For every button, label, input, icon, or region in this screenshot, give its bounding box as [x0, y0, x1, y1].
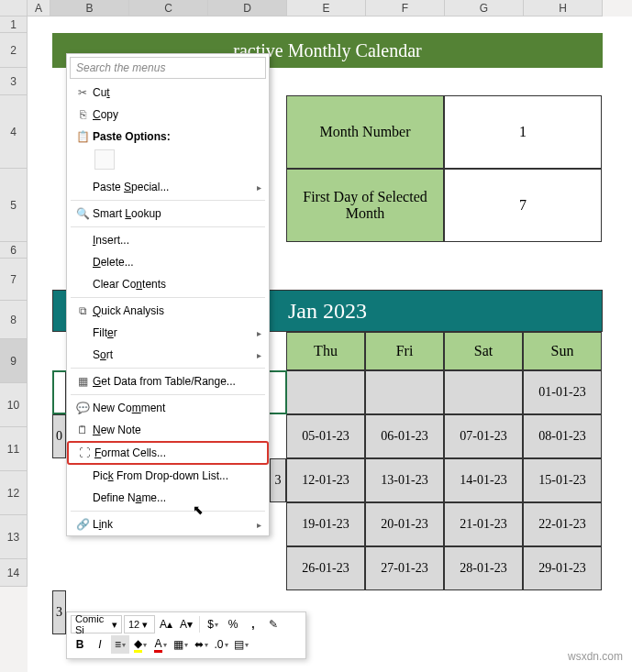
- menu-separator: [71, 200, 265, 201]
- row-header-5[interactable]: 5: [0, 169, 28, 242]
- col-header-f[interactable]: F: [366, 0, 445, 17]
- menu-clear-contents[interactable]: Clear Contents: [67, 273, 269, 295]
- calendar-cell[interactable]: 22-01-23: [523, 502, 602, 546]
- calendar-cell[interactable]: 0: [52, 414, 66, 458]
- cond-format-button[interactable]: ▤: [232, 635, 250, 654]
- menu-filter[interactable]: Filter ▸: [67, 322, 269, 344]
- menu-quick-analysis[interactable]: ⧉ Quick Analysis: [67, 300, 269, 322]
- chevron-right-icon: ▸: [257, 182, 263, 193]
- quick-analysis-icon: ⧉: [72, 304, 93, 317]
- comma-format-button[interactable]: ,: [244, 615, 262, 633]
- day-header-fri: Fri: [365, 332, 444, 370]
- calendar-cell[interactable]: 06-01-23: [365, 414, 444, 458]
- calendar-cell[interactable]: [52, 370, 66, 414]
- paste-default-icon[interactable]: [94, 149, 115, 170]
- bold-button[interactable]: B: [71, 635, 89, 654]
- calendar-cell[interactable]: 3: [52, 590, 66, 634]
- menu-get-data[interactable]: ▦ Get Data from Table/Range...: [67, 370, 269, 392]
- calendar-cell[interactable]: [286, 370, 365, 414]
- menu-paste-options: 📋 Paste Options:: [67, 126, 269, 148]
- calendar-cell[interactable]: 12-01-23: [286, 458, 365, 502]
- font-select[interactable]: Comic Si ▾: [71, 615, 122, 633]
- calendar-cell[interactable]: 01-01-23: [523, 370, 602, 414]
- fill-color-button[interactable]: ◆: [131, 635, 150, 654]
- calendar-cell[interactable]: 08-01-23: [523, 414, 602, 458]
- col-header-e[interactable]: E: [287, 0, 366, 17]
- calendar-cell[interactable]: 26-01-23: [286, 546, 365, 590]
- first-day-label: First Day of Selected Month: [286, 169, 444, 242]
- row-header-12[interactable]: 12: [0, 471, 28, 515]
- menu-separator: [71, 226, 265, 227]
- paste-option-buttons: [67, 148, 269, 176]
- col-header-c[interactable]: C: [129, 0, 208, 17]
- menu-link[interactable]: 🔗 Link ▸: [67, 513, 269, 535]
- borders-button[interactable]: ▦: [172, 635, 190, 654]
- italic-button[interactable]: I: [91, 635, 109, 654]
- menu-new-note[interactable]: 🗒 New Note: [67, 419, 269, 441]
- row-header-13[interactable]: 13: [0, 515, 28, 559]
- accounting-format-button[interactable]: $: [204, 615, 222, 633]
- calendar-cell[interactable]: 14-01-23: [444, 458, 523, 502]
- row-header-10[interactable]: 10: [0, 383, 28, 427]
- menu-new-comment[interactable]: 💬 New Comment: [67, 397, 269, 419]
- calendar-cell[interactable]: 13-01-23: [365, 458, 444, 502]
- menu-label: Get Data from Table/Range...: [93, 375, 263, 388]
- row-header-1[interactable]: 1: [0, 17, 28, 33]
- menu-label: Pick From Drop-down List...: [93, 469, 263, 482]
- menu-pick-from-list[interactable]: Pick From Drop-down List...: [67, 465, 269, 487]
- menu-search-input[interactable]: Search the menus: [70, 57, 266, 79]
- format-painter-button[interactable]: ✎: [264, 615, 283, 633]
- row-header-2[interactable]: 2: [0, 33, 28, 68]
- calendar-cell[interactable]: 05-01-23: [286, 414, 365, 458]
- calendar-cell[interactable]: 28-01-23: [444, 546, 523, 590]
- copy-icon: ⎘: [72, 108, 93, 121]
- decimal-button[interactable]: .0: [212, 635, 230, 654]
- menu-separator: [71, 368, 265, 369]
- calendar-cell[interactable]: 21-01-23: [444, 502, 523, 546]
- row-header-4[interactable]: 4: [0, 95, 28, 169]
- merge-button[interactable]: ⬌: [192, 635, 210, 654]
- calendar-cell[interactable]: 19-01-23: [286, 502, 365, 546]
- increase-font-icon[interactable]: A▴: [157, 615, 175, 633]
- col-header-h[interactable]: H: [524, 0, 603, 17]
- calendar-cell[interactable]: 27-01-23: [365, 546, 444, 590]
- menu-delete[interactable]: Delete...: [67, 251, 269, 273]
- menu-label: Cut: [93, 86, 263, 99]
- row-header-14[interactable]: 14: [0, 559, 28, 587]
- menu-copy[interactable]: ⎘ Copy: [67, 104, 269, 126]
- calendar-cell[interactable]: 20-01-23: [365, 502, 444, 546]
- row-header-11[interactable]: 11: [0, 427, 28, 471]
- calendar-cell[interactable]: 07-01-23: [444, 414, 523, 458]
- align-button[interactable]: ≡: [111, 635, 129, 654]
- menu-paste-special[interactable]: Paste Special... ▸: [67, 176, 269, 198]
- select-all-corner[interactable]: [0, 0, 28, 17]
- menu-smart-lookup[interactable]: 🔍 Smart Lookup: [67, 203, 269, 225]
- col-header-g[interactable]: G: [445, 0, 524, 17]
- row-header-3[interactable]: 3: [0, 68, 28, 95]
- font-color-button[interactable]: A: [151, 635, 170, 654]
- day-header-sat: Sat: [444, 332, 523, 370]
- calendar-cell[interactable]: [365, 370, 444, 414]
- menu-insert[interactable]: Insert...: [67, 229, 269, 251]
- calendar-cell[interactable]: 3: [270, 458, 286, 502]
- col-header-d[interactable]: D: [208, 0, 287, 17]
- calendar-cell[interactable]: [444, 370, 523, 414]
- percent-format-button[interactable]: %: [224, 615, 242, 633]
- row-header-7[interactable]: 7: [0, 259, 28, 301]
- row-header-6[interactable]: 6: [0, 242, 28, 259]
- row-header-8[interactable]: 8: [0, 301, 28, 339]
- menu-cut[interactable]: ✂ Cut: [67, 82, 269, 104]
- menu-define-name[interactable]: Define Name...: [67, 487, 269, 509]
- col-header-a[interactable]: A: [28, 0, 50, 17]
- calendar-cell[interactable]: 29-01-23: [523, 546, 602, 590]
- menu-separator: [71, 511, 265, 512]
- calendar-cell[interactable]: 15-01-23: [523, 458, 602, 502]
- font-size-select[interactable]: 12 ▾: [124, 615, 155, 633]
- decrease-font-icon[interactable]: A▾: [177, 615, 195, 633]
- col-header-b[interactable]: B: [50, 0, 129, 17]
- row-header-9[interactable]: 9: [0, 339, 28, 383]
- note-icon: 🗒: [72, 424, 93, 436]
- context-menu: Search the menus ✂ Cut ⎘ Copy 📋 Paste Op…: [66, 53, 270, 536]
- menu-sort[interactable]: Sort ▸: [67, 344, 269, 366]
- menu-format-cells[interactable]: ⛶ Format Cells...: [67, 441, 269, 465]
